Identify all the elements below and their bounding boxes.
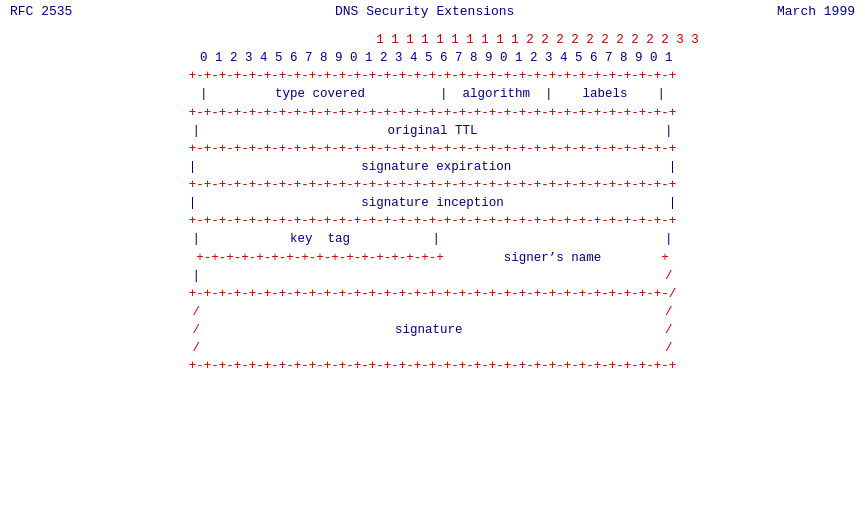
divider-1: +-+-+-+-+-+-+-+-+-+-+-+-+-+-+-+-+-+-+-+-… bbox=[10, 104, 855, 122]
field-row-sig-inc: | signature inception | bbox=[10, 194, 855, 212]
diagram: 1 1 1 1 1 1 1 1 1 1 2 2 2 2 2 2 2 2 2 2 … bbox=[10, 31, 855, 375]
divider-4: +-+-+-+-+-+-+-+-+-+-+-+-+-+-+-+-+-+-+-+-… bbox=[10, 212, 855, 230]
divider-2: +-+-+-+-+-+-+-+-+-+-+-+-+-+-+-+-+-+-+-+-… bbox=[10, 140, 855, 158]
field-row-type: | type covered | algorithm | labels | bbox=[10, 85, 855, 103]
field-row-ttl: | original TTL | bbox=[10, 122, 855, 140]
divider-slash: +-+-+-+-+-+-+-+-+-+-+-+-+-+-+-+-+-+-+-+-… bbox=[10, 285, 855, 303]
divider-0: +-+-+-+-+-+-+-+-+-+-+-+-+-+-+-+-+-+-+-+-… bbox=[10, 67, 855, 85]
divider-3: +-+-+-+-+-+-+-+-+-+-+-+-+-+-+-+-+-+-+-+-… bbox=[10, 176, 855, 194]
field-row-sig-exp: | signature expiration | bbox=[10, 158, 855, 176]
bit-row-top: 1 1 1 1 1 1 1 1 1 1 2 2 2 2 2 2 2 2 2 2 … bbox=[10, 31, 855, 49]
slash-row-sig: / signature / bbox=[10, 321, 855, 339]
header-right: March 1999 bbox=[777, 4, 855, 19]
slash-row-1: / / bbox=[10, 303, 855, 321]
field-row-keytag: | key tag | | bbox=[10, 230, 855, 248]
divider-final: +-+-+-+-+-+-+-+-+-+-+-+-+-+-+-+-+-+-+-+-… bbox=[10, 357, 855, 375]
page: RFC 2535 DNS Security Extensions March 1… bbox=[0, 0, 865, 510]
header: RFC 2535 DNS Security Extensions March 1… bbox=[10, 4, 855, 19]
header-left: RFC 2535 bbox=[10, 4, 72, 19]
field-row-signer-div: +-+-+-+-+-+-+-+-+-+-+-+-+-+-+-+-+ signer… bbox=[10, 249, 855, 267]
field-row-signer-content: | / bbox=[10, 267, 855, 285]
slash-row-3: / / bbox=[10, 339, 855, 357]
bit-row-nums: 0 1 2 3 4 5 6 7 8 9 0 1 2 3 4 5 6 7 8 9 … bbox=[10, 49, 855, 67]
header-center: DNS Security Extensions bbox=[72, 4, 777, 19]
